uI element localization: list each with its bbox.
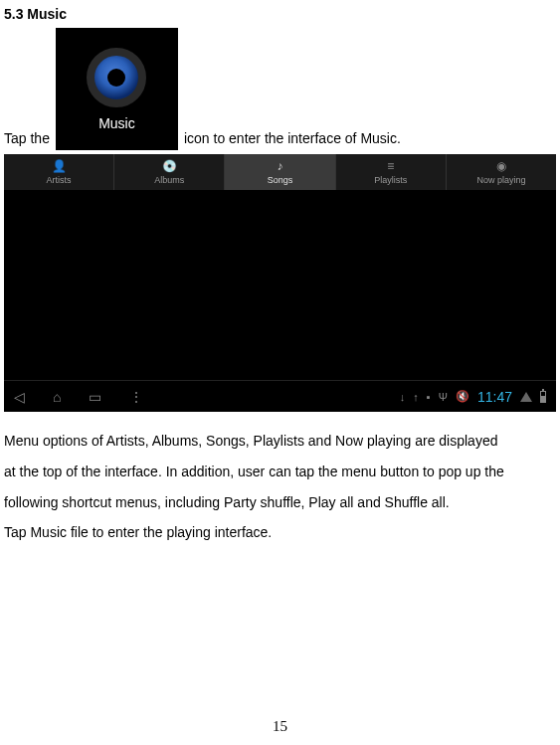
clock: 11:47 (477, 389, 512, 405)
menu-icon[interactable]: ⋮ (129, 389, 143, 405)
wifi-icon (520, 392, 532, 402)
tap-instruction-line: Tap the Music icon to enter the interfac… (4, 28, 556, 150)
body-text: Menu options of Artists, Albums, Songs, … (4, 426, 556, 548)
usb-icon: Ψ (439, 391, 448, 403)
recent-apps-icon[interactable]: ▭ (89, 389, 101, 405)
nav-right-group: ↓ ↑ ▪ Ψ 🔇 11:47 (400, 389, 556, 405)
paragraph-line: following shortcut menus, including Part… (4, 487, 556, 518)
tab-artists[interactable]: 👤 Artists (4, 154, 114, 190)
section-title: 5.3 Music (4, 6, 556, 22)
battery-icon (540, 391, 546, 403)
music-disc-icon (87, 48, 146, 107)
tab-label: Artists (47, 175, 72, 185)
sdcard-icon: ▪ (427, 391, 431, 403)
paragraph-line: Menu options of Artists, Albums, Songs, … (4, 426, 556, 457)
upload-icon: ↑ (413, 391, 419, 403)
music-icon-label: Music (98, 115, 135, 131)
songs-icon: ♪ (278, 159, 283, 173)
tab-label: Albums (154, 175, 184, 185)
tab-songs[interactable]: ♪ Songs (225, 154, 335, 190)
back-icon[interactable]: ◁ (14, 389, 25, 405)
tab-label: Now playing (476, 175, 525, 185)
paragraph-line: Tap Music file to enter the playing inte… (4, 517, 556, 548)
artists-icon: 👤 (52, 159, 67, 173)
tap-prefix-text: Tap the (4, 130, 50, 150)
system-nav-bar: ◁ ⌂ ▭ ⋮ ↓ ↑ ▪ Ψ 🔇 11:47 (4, 380, 556, 412)
home-icon[interactable]: ⌂ (53, 389, 61, 405)
tap-suffix-text: icon to enter the interface of Music. (184, 130, 401, 150)
paragraph-line: at the top of the interface. In addition… (4, 457, 556, 487)
page-number: 15 (273, 718, 287, 735)
playlists-icon: ≡ (387, 159, 394, 173)
nav-left-group: ◁ ⌂ ▭ ⋮ (4, 389, 143, 405)
albums-icon: 💿 (162, 159, 177, 173)
tab-albums[interactable]: 💿 Albums (114, 154, 225, 190)
now-playing-icon: ◉ (496, 159, 506, 173)
tab-now-playing[interactable]: ◉ Now playing (447, 154, 556, 190)
tab-playlists[interactable]: ≡ Playlists (336, 154, 447, 190)
tab-label: Playlists (374, 175, 407, 185)
tab-label: Songs (268, 175, 293, 185)
music-tabs-row: 👤 Artists 💿 Albums ♪ Songs ≡ Playlists ◉… (4, 154, 556, 190)
download-icon: ↓ (400, 391, 406, 403)
tablet-screenshot: 👤 Artists 💿 Albums ♪ Songs ≡ Playlists ◉… (4, 154, 556, 412)
volume-icon: 🔇 (456, 390, 469, 403)
music-app-icon: Music (56, 28, 178, 150)
